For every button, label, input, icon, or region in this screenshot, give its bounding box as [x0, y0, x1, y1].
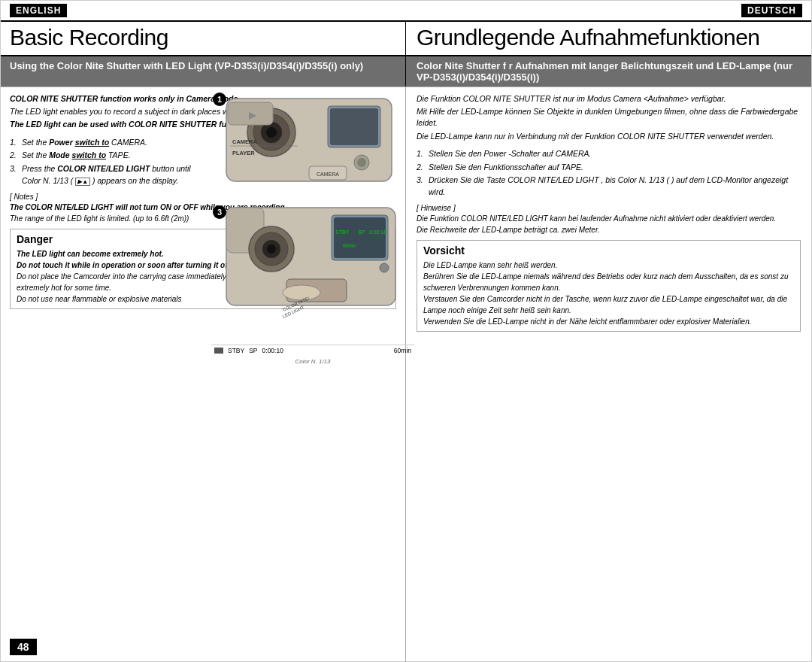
svg-text:CAMERA: CAMERA — [317, 172, 339, 177]
status-bar: STBY SP 0:00:10 60min — [211, 345, 414, 356]
title-row: Basic Recording Grundlegende Aufnahmefun… — [1, 22, 811, 56]
de-intro-2: Mit Hilfe der LED-Lampe können Sie Objek… — [417, 107, 798, 127]
section-head-deutsch: Color Nite Shutter f r Aufnahmen mit lan… — [406, 56, 811, 87]
de-step-2: 2. Stellen Sie den Funktionsschalter auf… — [417, 162, 801, 174]
de-step-3: 3. Drücken Sie die Taste COLOR NITE/LED … — [417, 175, 801, 199]
diagram-area: 1 CAMERA — [211, 91, 414, 365]
main-title-deutsch: Grundlegende Aufnahmefunktionen — [417, 25, 801, 50]
svg-text:PLAYER: PLAYER — [232, 150, 255, 156]
section-head-english: Using the Color Nite Shutter with LED Li… — [1, 56, 406, 87]
intro-line-1: COLOR NITE SHUTTER function works only i… — [10, 94, 240, 103]
language-bar: ENGLISH DEUTSCH — [1, 1, 811, 22]
status-time: 0:00:10 — [262, 347, 283, 354]
vorsicht-text: Die LED-Lampe kann sehr heiß werden. Ber… — [423, 260, 794, 327]
svg-rect-22 — [334, 217, 386, 258]
figure-1-container: 1 CAMERA — [211, 91, 414, 198]
figure-1-badge: 1 — [213, 93, 226, 106]
deutsch-notes: [ Hinweise ] Die Funktion COLOR NITE/LED… — [417, 203, 801, 236]
deutsch-steps: 1. Stellen Sie den Power -Schalter auf C… — [417, 148, 801, 199]
page-number: 48 — [10, 639, 37, 655]
main-title-english: Basic Recording — [10, 25, 396, 50]
svg-text:60min: 60min — [343, 243, 356, 248]
lang-english: ENGLISH — [10, 4, 67, 17]
vorsicht-box: Vorsicht Die LED-Lampe kann sehr heiß we… — [417, 240, 801, 332]
color-n-label: Color N. 1/13 — [211, 358, 414, 365]
vorsicht-title: Vorsicht — [423, 244, 794, 257]
de-intro-3: Die LED-Lampe kann nur in Verbindung mit… — [417, 132, 774, 141]
svg-point-9 — [357, 158, 366, 167]
svg-point-31 — [380, 263, 389, 272]
svg-rect-7 — [330, 108, 378, 145]
svg-text:0:00:10: 0:00:10 — [369, 229, 386, 235]
right-column: Die Funktion COLOR NITE SHUTTER ist nur … — [406, 87, 811, 662]
hinweise-label: [ Hinweise ] — [417, 203, 801, 214]
section-heading: Using the Color Nite Shutter with LED Li… — [1, 56, 811, 87]
title-right: Grundlegende Aufnahmefunktionen — [406, 22, 811, 55]
page-container: ENGLISH DEUTSCH Basic Recording Grundleg… — [0, 0, 812, 662]
status-battery: SP — [249, 347, 257, 354]
title-left: Basic Recording — [1, 22, 406, 55]
svg-point-20 — [267, 244, 276, 254]
svg-text:STBY: STBY — [335, 229, 350, 235]
svg-point-28 — [283, 285, 320, 300]
svg-text:SP: SP — [358, 229, 365, 235]
camera-bottom-diagram: STBY SP 0:00:10 60min COLOR NITE/ LED LI… — [211, 204, 403, 343]
svg-point-4 — [266, 127, 277, 138]
deutsch-intro: Die Funktion COLOR NITE SHUTTER ist nur … — [417, 93, 801, 142]
status-tape: 60min — [394, 347, 411, 354]
de-step-1: 1. Stellen Sie den Power -Schalter auf C… — [417, 148, 801, 160]
svg-text:CAMERA: CAMERA — [232, 138, 257, 145]
figure-3-container: 3 STBY SP 0:00:10 60min — [211, 204, 414, 365]
figure-3-badge: 3 — [213, 205, 226, 219]
de-intro-1: Die Funktion COLOR NITE SHUTTER ist nur … — [417, 94, 726, 103]
status-stby: STBY — [228, 347, 244, 354]
camera-top-diagram: CAMERA CAMERA PLAYER — [211, 91, 403, 196]
lang-deutsch: DEUTSCH — [741, 4, 802, 17]
battery-icon — [214, 348, 223, 354]
